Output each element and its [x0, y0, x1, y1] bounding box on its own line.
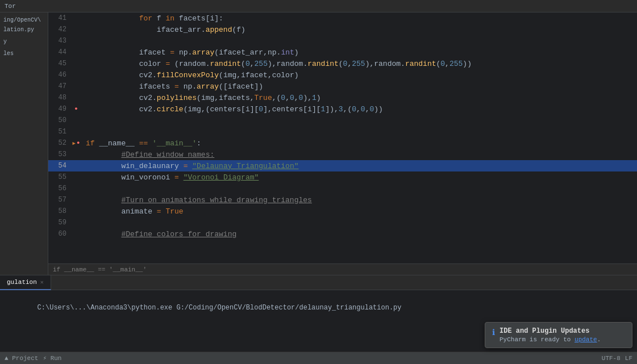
line-num-50: 50: [48, 115, 70, 126]
gutter-49: ●: [70, 106, 82, 112]
line-num-60: 60: [48, 228, 70, 240]
line-num-48: 48: [48, 92, 70, 103]
terminal-close-icon[interactable]: ✕: [40, 279, 44, 286]
footer-line-bar: if __name__ == '__main__': [48, 263, 637, 275]
code-line-58: 58 animate = True: [48, 206, 637, 217]
code-text-52: if __name__ == '__main__':: [82, 139, 201, 148]
code-text-49: cv2.circle(img,(centers[i][0],centers[i]…: [82, 105, 383, 114]
code-text-42: ifacet_arr.append(f): [82, 26, 245, 34]
status-bar: ▲ Project ⚡ Run UTF-8 LF: [0, 352, 637, 364]
notification-popup: ℹ IDE and Plugin Updates PyCharm is read…: [485, 322, 632, 348]
breakpoint-52: ●: [77, 140, 80, 146]
footer-line-text: if __name__ == '__main__': [53, 266, 147, 273]
line-num-47: 47: [48, 81, 70, 92]
code-line-59: 59: [48, 217, 637, 228]
code-line-44: 44 ifacet = np.array(ifacet_arr,np.int): [48, 47, 637, 58]
line-num-51: 51: [48, 126, 70, 137]
line-num-42: 42: [48, 24, 70, 35]
code-line-53: 53 #Define window names:: [48, 149, 637, 160]
terminal-command-line: C:\Users\...\Anaconda3\python.exe G:/Cod…: [5, 292, 632, 323]
gutter-52: ▶ ●: [70, 140, 82, 147]
code-line-55: 55 win_voronoi = "Voronoi Diagram": [48, 171, 637, 183]
terminal-tab-1[interactable]: gulation ✕: [0, 275, 51, 290]
notification-icon: ℹ: [492, 328, 495, 337]
line-num-41: 41: [48, 12, 70, 24]
code-line-46: 46 cv2.fillConvexPoly(img,ifacet,color): [48, 69, 637, 81]
code-text-41: for f in facets[i]:: [82, 14, 223, 23]
code-line-48: 48 cv2.polylines(img,ifacets,True,(0,0,0…: [48, 92, 637, 103]
code-line-47: 47 ifacets = np.array([ifacet]): [48, 81, 637, 92]
line-num-52: 52: [48, 137, 70, 149]
notification-body-suffix: .: [597, 336, 601, 343]
line-num-56: 56: [48, 183, 70, 194]
top-bar: Tor: [0, 0, 637, 12]
code-text-46: cv2.fillConvexPoly(img,ifacet,color): [82, 71, 299, 80]
code-text-44: ifacet = np.array(ifacet_arr,np.int): [82, 48, 299, 57]
code-text-60: #Define colors for drawing: [82, 230, 236, 239]
line-num-46: 46: [48, 69, 70, 81]
line-num-53: 53: [48, 149, 70, 160]
notification-body: PyCharm is ready to update.: [499, 336, 601, 343]
code-text-48: cv2.polylines(img,ifacets,True,(0,0,0),1…: [82, 94, 321, 102]
code-line-45: 45 color = (random.randint(0,255),random…: [48, 58, 637, 69]
status-right: UTF-8 LF: [602, 355, 632, 362]
code-line-54: 54 win_delaunary = "Delaunay Triangulati…: [48, 160, 637, 171]
line-num-55: 55: [48, 171, 70, 183]
editor-area: 41 for f in facets[i]: 42 ifacet_arr.app…: [48, 12, 637, 275]
line-num-54: 54: [48, 160, 70, 171]
code-line-43: 43: [48, 35, 637, 47]
sidebar-item-1[interactable]: ing/OpenCV\: [0, 12, 48, 25]
code-line-60: 60 #Define colors for drawing: [48, 228, 637, 240]
sidebar: ing/OpenCV\ lation.py y les: [0, 12, 48, 275]
line-num-45: 45: [48, 58, 70, 69]
code-text-57: #Turn on animations while drawing triang…: [82, 196, 312, 204]
notification-text: IDE and Plugin Updates PyCharm is ready …: [499, 327, 601, 343]
code-line-42: 42 ifacet_arr.append(f): [48, 24, 637, 35]
line-num-49: 49: [48, 103, 70, 115]
notification-body-prefix: PyCharm is ready to: [499, 336, 574, 343]
terminal-tab-label: gulation: [7, 279, 37, 286]
app-window: Tor ing/OpenCV\ lation.py y les 41 fo: [0, 0, 637, 364]
code-text-47: ifacets = np.array([ifacet]): [82, 82, 263, 91]
top-bar-path: Tor: [5, 3, 16, 10]
status-left: ▲ Project ⚡ Run: [5, 354, 61, 362]
code-text-58: animate = True: [82, 207, 184, 216]
notification-title: IDE and Plugin Updates: [499, 327, 601, 335]
code-text-53: #Define window names:: [82, 150, 214, 159]
status-encoding: UTF-8: [602, 355, 621, 362]
code-text-55: win_voronoi = "Voronoi Diagram": [82, 173, 259, 182]
status-run[interactable]: ⚡ Run: [43, 354, 61, 362]
sidebar-item-4[interactable]: les: [0, 49, 48, 58]
status-project[interactable]: ▲ Project: [5, 355, 38, 362]
code-text-54: win_delaunary = "Delaunay Triangulation": [82, 162, 299, 170]
breakpoint-49: ●: [74, 106, 77, 112]
line-num-43: 43: [48, 35, 70, 47]
code-line-57: 57 #Turn on animations while drawing tri…: [48, 194, 637, 206]
code-line-49: 49 ● cv2.circle(img,(centers[i][0],cente…: [48, 103, 637, 115]
status-eol: LF: [625, 355, 632, 362]
line-num-58: 58: [48, 206, 70, 217]
debug-arrow-52: ▶: [73, 140, 76, 147]
code-line-50: 50: [48, 115, 637, 126]
notification-update-link[interactable]: update: [574, 336, 597, 343]
terminal-command: C:\Users\...\Anaconda3\python.exe G:/Cod…: [38, 304, 402, 312]
line-num-57: 57: [48, 194, 70, 206]
line-num-44: 44: [48, 47, 70, 58]
code-text-45: color = (random.randint(0,255),random.ra…: [82, 60, 472, 68]
code-line-41: 41 for f in facets[i]:: [48, 12, 637, 24]
terminal-tabs: gulation ✕: [0, 275, 637, 290]
sidebar-item-3[interactable]: y: [0, 37, 48, 47]
code-view: 41 for f in facets[i]: 42 ifacet_arr.app…: [48, 12, 637, 263]
code-line-51: 51: [48, 126, 637, 137]
code-content: 41 for f in facets[i]: 42 ifacet_arr.app…: [48, 12, 637, 263]
code-line-52: 52 ▶ ● if __name__ == '__main__':: [48, 137, 637, 149]
code-line-56: 56: [48, 183, 637, 194]
line-num-59: 59: [48, 217, 70, 228]
sidebar-item-2[interactable]: lation.py: [0, 25, 48, 35]
